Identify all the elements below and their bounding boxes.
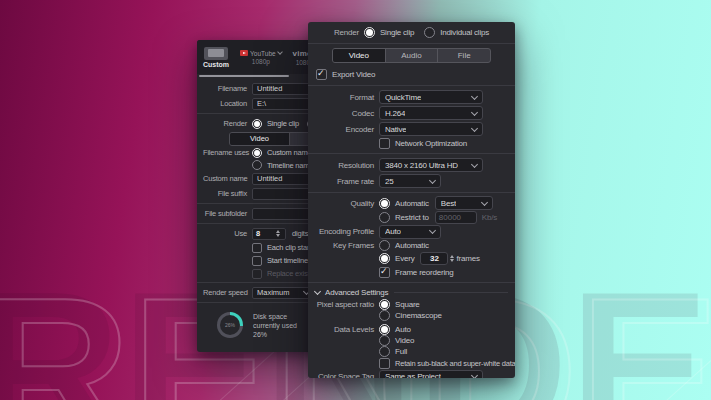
divider: [308, 192, 515, 193]
render-settings-panel: Render Single clip Individual clips Vide…: [308, 22, 515, 378]
every-frames-input[interactable]: 32: [420, 252, 448, 265]
key-frames-automatic-label: Automatic: [395, 241, 429, 250]
tab-file[interactable]: File: [438, 49, 490, 62]
chevron-down-icon: [429, 176, 436, 183]
back-tab-video[interactable]: Video: [230, 133, 290, 145]
timeline-name-option: Timeline name: [267, 161, 313, 170]
restrict-radio[interactable]: [379, 212, 390, 223]
divider: [308, 153, 515, 154]
preset-youtube[interactable]: YouTube 1080p: [240, 50, 282, 65]
chevron-down-icon: [471, 108, 478, 115]
data-levels-auto-label: Auto: [395, 325, 411, 334]
frame-reordering-label: Frame reordering: [395, 268, 454, 277]
export-video-row: Export Video: [308, 67, 515, 82]
quality-label: Quality: [308, 199, 379, 208]
data-levels-auto-radio[interactable]: [379, 324, 390, 335]
chevron-down-icon: [471, 160, 478, 167]
resolution-row: Resolution 3840 x 2160 Ultra HD: [308, 157, 515, 173]
data-levels-video-radio[interactable]: [379, 335, 390, 346]
start-timeline-checkbox[interactable]: [252, 256, 262, 266]
use-label: Use: [203, 229, 252, 238]
stepper-carets[interactable]: [450, 255, 454, 262]
digits-suffix: digits: [292, 229, 308, 238]
encoder-row: Encoder Native: [308, 121, 515, 137]
network-optimization-label: Network Optimization: [395, 139, 467, 148]
cinemascope-radio[interactable]: [379, 310, 390, 321]
key-frames-automatic-radio[interactable]: [379, 240, 390, 251]
retain-row: Retain sub-black and super-white data: [308, 357, 515, 369]
data-levels-full-radio[interactable]: [379, 346, 390, 357]
square-label: Square: [395, 300, 420, 309]
custom-name-option: Custom name: [267, 148, 312, 157]
chevron-down-icon: [471, 92, 478, 99]
preset-custom[interactable]: Custom: [203, 47, 229, 68]
advanced-settings-label: Advanced Settings: [325, 288, 388, 297]
tab-video[interactable]: Video: [333, 49, 386, 62]
chevron-down-icon: [429, 227, 436, 234]
color-space-tag-dropdown[interactable]: Same as Project: [379, 370, 483, 379]
frame-reordering-row: Frame reordering: [308, 265, 515, 279]
chevron-down-icon: [277, 49, 283, 55]
square-radio[interactable]: [379, 299, 390, 310]
chevron-down-icon: [481, 198, 488, 205]
chevron-down-icon: [314, 288, 321, 295]
color-space-tag-label: Color Space Tag: [308, 372, 379, 378]
frame-reordering-checkbox[interactable]: [379, 267, 390, 278]
codec-dropdown[interactable]: H.264: [379, 106, 483, 120]
data-levels-label: Data Levels: [308, 324, 379, 357]
quality-automatic-radio[interactable]: [379, 198, 390, 209]
encoder-label: Encoder: [308, 125, 379, 134]
advanced-settings-header[interactable]: Advanced Settings: [308, 286, 515, 299]
encoding-profile-row: Encoding Profile Auto: [308, 224, 515, 239]
film-icon: [204, 47, 228, 60]
frame-rate-dropdown[interactable]: 25: [379, 174, 441, 188]
encoding-profile-dropdown[interactable]: Auto: [379, 225, 441, 239]
back-single-clip-label: Single clip: [267, 119, 299, 128]
format-dropdown[interactable]: QuickTime: [379, 90, 483, 104]
key-frames-label: Key Frames: [308, 241, 379, 250]
format-row: Format QuickTime: [308, 89, 515, 105]
frame-rate-row: Frame rate 25: [308, 173, 515, 189]
quality-dropdown[interactable]: Best: [435, 196, 493, 210]
single-clip-radio[interactable]: [364, 27, 375, 38]
resolution-dropdown[interactable]: 3840 x 2160 Ultra HD: [379, 158, 483, 172]
back-single-clip-radio[interactable]: [252, 119, 262, 129]
filename-uses-label: Filename uses: [203, 148, 252, 157]
quality-automatic-label: Automatic: [395, 199, 429, 208]
data-levels-group: Data Levels Auto Video Full: [308, 324, 515, 357]
quality-row: Quality Automatic Best: [308, 196, 515, 210]
divider: [394, 292, 508, 293]
color-space-tag-row: Color Space Tag Same as Project: [308, 369, 515, 378]
timeline-name-radio[interactable]: [252, 160, 262, 170]
codec-label: Codec: [308, 109, 379, 118]
restrict-unit: Kb/s: [482, 213, 497, 222]
retain-checkbox[interactable]: [379, 358, 390, 369]
pixel-aspect-label: Pixel aspect ratio: [308, 299, 379, 321]
divider: [308, 43, 515, 44]
encoder-dropdown[interactable]: Native: [379, 122, 483, 136]
network-optimization-checkbox[interactable]: [379, 138, 390, 149]
restrict-label: Restrict to: [395, 213, 429, 222]
replace-existing-checkbox[interactable]: [252, 269, 262, 279]
preset-youtube-label: YouTube: [250, 50, 276, 57]
export-video-label: Export Video: [332, 70, 375, 79]
each-clip-checkbox[interactable]: [252, 243, 262, 253]
custom-name-radio[interactable]: [252, 148, 262, 158]
tab-audio[interactable]: Audio: [386, 49, 439, 62]
preset-scrollbar[interactable]: [199, 75, 289, 77]
frame-rate-label: Frame rate: [308, 177, 379, 186]
export-video-checkbox[interactable]: [316, 69, 327, 80]
key-frames-every-radio[interactable]: [379, 253, 390, 264]
preset-youtube-sub: 1080p: [252, 58, 270, 65]
every-label: Every: [395, 254, 414, 263]
render-speed-dropdown[interactable]: Maximum: [252, 287, 314, 299]
individual-clips-radio[interactable]: [424, 27, 435, 38]
single-clip-label: Single clip: [380, 28, 414, 37]
chevron-down-icon: [471, 372, 478, 378]
restrict-row: Restrict to 80000 Kb/s: [308, 210, 515, 224]
desktop-background: RENDER RENDER Custom YouTube 1080p vimeo…: [0, 0, 711, 400]
retain-label: Retain sub-black and super-white data: [395, 359, 515, 368]
restrict-input[interactable]: 80000: [435, 211, 477, 224]
start-timeline-label: Start timeline: [267, 256, 308, 265]
digits-stepper[interactable]: 8: [252, 228, 286, 240]
